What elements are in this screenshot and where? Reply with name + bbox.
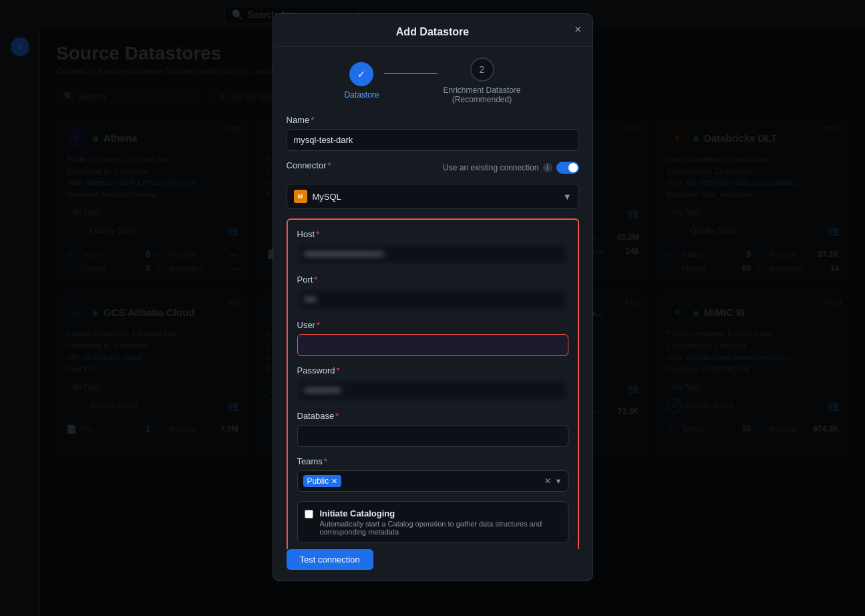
- info-icon[interactable]: i: [543, 163, 552, 172]
- modal-form: Name* Connector* Use an existing connect…: [273, 115, 592, 549]
- mysql-icon: M: [294, 190, 307, 203]
- connector-label-group: Connector*: [287, 160, 437, 174]
- form-group-connector: M MySQL ▼: [287, 184, 579, 209]
- stepper: ✓ Datastore 2 Enrichment Datastore (Reco…: [273, 47, 592, 115]
- connector-label: Connector*: [287, 160, 437, 170]
- modal-close-button[interactable]: ×: [574, 23, 582, 35]
- initiate-cataloging-checkbox[interactable]: [305, 510, 313, 518]
- initiate-cataloging-section: Initiate Cataloging Automatically start …: [297, 501, 568, 543]
- form-group-name: Name*: [287, 115, 579, 151]
- teams-label: Teams*: [297, 456, 568, 466]
- teams-dropdown-arrow: ▼: [555, 477, 562, 485]
- modal-footer: Test connection: [273, 549, 592, 581]
- connector-dropdown-arrow: ▼: [563, 192, 572, 202]
- password-input[interactable]: [297, 379, 568, 402]
- connector-select[interactable]: M MySQL ▼: [287, 184, 579, 209]
- name-label: Name*: [287, 115, 579, 125]
- modal-header: Add Datastore ×: [273, 14, 592, 47]
- password-label: Password*: [297, 365, 568, 375]
- modal-overlay: Add Datastore × ✓ Datastore 2 Enrichment…: [0, 0, 865, 616]
- form-group-database: Database*: [297, 411, 568, 447]
- name-input[interactable]: [287, 129, 579, 151]
- host-label: Host*: [297, 229, 568, 239]
- test-connection-button[interactable]: Test connection: [287, 549, 373, 570]
- step-label-1: Datastore: [344, 90, 379, 100]
- port-input[interactable]: [297, 289, 568, 311]
- step-connector-1: [384, 73, 438, 74]
- step-1: ✓ Datastore: [344, 62, 379, 100]
- database-label: Database*: [297, 411, 568, 421]
- form-group-teams: Teams* Public ✕ ✕ ▼: [297, 456, 568, 492]
- form-group-password: Password*: [297, 365, 568, 402]
- use-existing-row: Use an existing connection i: [443, 162, 578, 174]
- add-datastore-modal: Add Datastore × ✓ Datastore 2 Enrichment…: [273, 13, 593, 581]
- database-input[interactable]: [297, 425, 568, 447]
- host-input[interactable]: [297, 243, 568, 265]
- step-2: 2 Enrichment Datastore (Recommended): [443, 57, 520, 104]
- teams-clear-button[interactable]: ✕: [544, 476, 551, 486]
- connector-row: Connector* Use an existing connection i: [287, 160, 579, 174]
- form-group-host: Host*: [297, 229, 568, 265]
- step-label-2: Enrichment Datastore (Recommended): [443, 86, 520, 104]
- team-tag-close[interactable]: ✕: [331, 477, 337, 486]
- sensitive-fields-section: Host* Port* User*: [287, 218, 579, 549]
- form-group-port: Port*: [297, 275, 568, 311]
- modal-title: Add Datastore: [396, 26, 469, 37]
- step-circle-2: 2: [470, 57, 494, 82]
- team-tag-label: Public: [307, 476, 329, 486]
- use-existing-toggle[interactable]: [556, 162, 579, 174]
- step-circle-1: ✓: [349, 62, 373, 86]
- catalog-check-title: Initiate Cataloging: [320, 508, 561, 518]
- teams-input[interactable]: Public ✕ ✕ ▼: [297, 470, 568, 492]
- catalog-check-text: Initiate Cataloging Automatically start …: [320, 508, 561, 536]
- form-group-user: User*: [297, 320, 568, 356]
- public-team-tag: Public ✕: [303, 475, 342, 487]
- user-label: User*: [297, 320, 568, 330]
- catalog-check-desc: Automatically start a Catalog operation …: [320, 520, 561, 536]
- user-input[interactable]: [297, 334, 568, 356]
- use-existing-label: Use an existing connection: [443, 163, 538, 172]
- port-label: Port*: [297, 275, 568, 285]
- connector-value: MySQL: [313, 192, 341, 202]
